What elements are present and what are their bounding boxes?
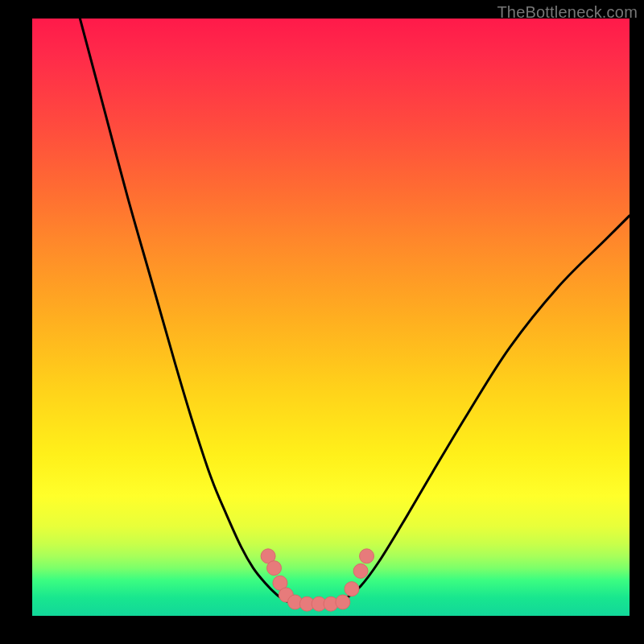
data-marker	[267, 561, 282, 576]
chart-frame: TheBottleneck.com	[0, 0, 644, 644]
watermark-text: TheBottleneck.com	[497, 3, 638, 22]
data-marker	[345, 582, 359, 597]
data-marker	[353, 564, 368, 578]
data-marker	[336, 595, 350, 609]
bottleneck-curve	[32, 19, 630, 616]
curve-path	[80, 19, 630, 604]
data-marker	[360, 549, 374, 564]
plot-area	[32, 19, 630, 616]
